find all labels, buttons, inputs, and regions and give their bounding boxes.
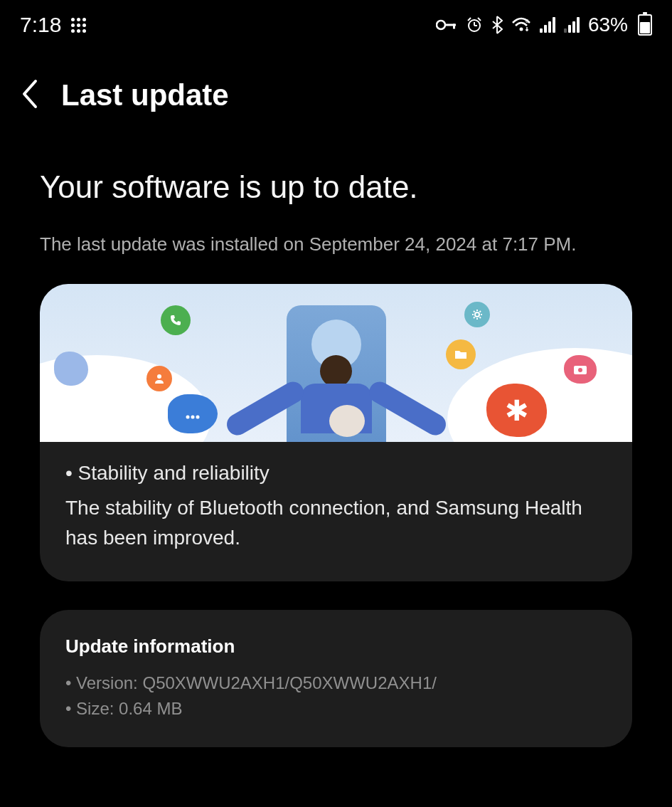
app-grid-icon — [71, 18, 86, 33]
phone-call-icon — [161, 305, 191, 335]
gear-icon — [464, 302, 490, 327]
dog-illustration — [329, 405, 365, 437]
battery-percent: 63% — [588, 14, 628, 36]
flower-icon: ✱ — [486, 384, 547, 437]
update-bullet-description: The stability of Bluetooth connection, a… — [65, 493, 607, 553]
signal-full-icon — [540, 17, 555, 33]
folder-icon — [446, 339, 476, 369]
main-heading: Your software is up to date. — [40, 169, 632, 205]
update-details: • Stability and reliability The stabilit… — [40, 442, 632, 581]
signal-partial-icon — [564, 17, 580, 33]
svg-point-14 — [475, 312, 479, 317]
info-version: • Version: Q50XWWU2AXH1/Q50XWWU2AXH1/ — [65, 670, 607, 696]
update-subtitle: The last update was installed on Septemb… — [40, 233, 632, 255]
svg-line-7 — [478, 18, 481, 21]
bluetooth-icon — [491, 16, 503, 34]
content: Your software is up to date. The last up… — [0, 169, 672, 747]
svg-line-6 — [468, 18, 471, 21]
svg-rect-2 — [453, 24, 455, 29]
page-header: Last update — [0, 43, 672, 134]
contact-icon — [146, 366, 172, 391]
info-card-title: Update information — [65, 635, 607, 658]
vpn-key-icon — [436, 19, 457, 31]
svg-point-10 — [157, 374, 161, 379]
svg-text:6: 6 — [526, 18, 529, 24]
update-bullet-title: • Stability and reliability — [65, 462, 607, 485]
update-card: ✱ • Stability and reliability The stabil… — [40, 284, 632, 581]
info-size: • Size: 0.64 MB — [65, 696, 607, 722]
svg-point-0 — [437, 21, 445, 29]
status-right: 6 63% — [436, 14, 652, 36]
svg-point-13 — [196, 415, 200, 418]
planet-icon — [54, 352, 88, 386]
wifi-icon: 6 — [511, 17, 531, 33]
svg-point-11 — [186, 415, 190, 418]
svg-point-12 — [191, 415, 195, 418]
camera-icon — [564, 355, 597, 384]
status-left: 7:18 — [20, 13, 86, 37]
svg-point-8 — [519, 28, 523, 31]
update-info-card: Update information • Version: Q50XWWU2AX… — [40, 610, 632, 747]
status-bar: 7:18 6 — [0, 0, 672, 43]
battery-icon — [638, 14, 652, 36]
svg-point-16 — [578, 368, 582, 372]
page-title: Last update — [61, 78, 229, 112]
chat-icon — [168, 394, 218, 433]
status-time: 7:18 — [20, 13, 61, 37]
back-button[interactable] — [20, 78, 40, 112]
alarm-icon — [466, 16, 483, 33]
update-illustration: ✱ — [40, 284, 632, 442]
